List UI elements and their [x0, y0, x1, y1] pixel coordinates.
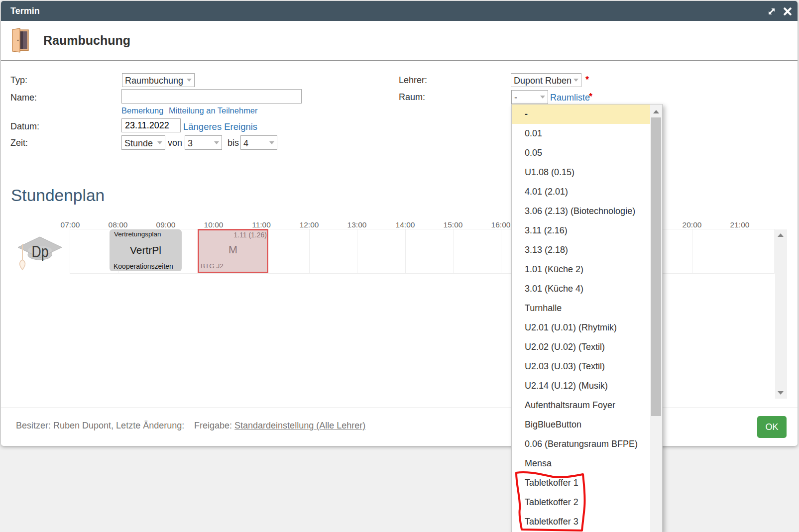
- svg-text:Dp: Dp: [32, 242, 49, 261]
